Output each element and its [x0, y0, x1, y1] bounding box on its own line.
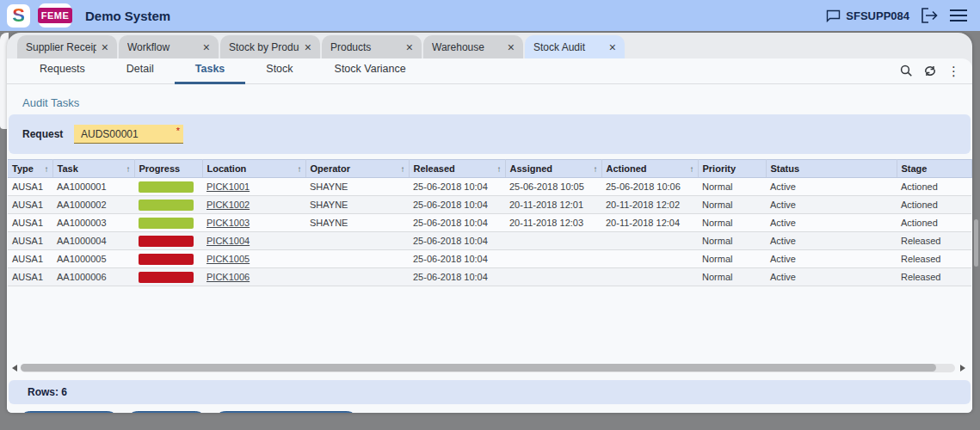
cell-task: AA1000006 [52, 268, 134, 286]
username: SFSUPP084 [846, 9, 909, 22]
column-label: Priority [703, 163, 737, 174]
section-title: Audit Tasks [22, 96, 972, 109]
brand-logo-letter: S [12, 6, 25, 25]
cell-released: 25-06-2018 10:04 [409, 250, 505, 268]
cell-status: Active [766, 178, 897, 196]
location-link[interactable]: PICK1006 [206, 272, 250, 282]
table-row[interactable]: AUSA1AA1000006PICK100625-06-2018 10:04No… [8, 268, 971, 286]
sort-ascending-icon[interactable]: ↑ [594, 164, 598, 174]
column-label: Stage [902, 163, 928, 174]
cell-progress [134, 178, 202, 196]
cell-type: AUSA1 [8, 214, 52, 232]
tab-warehouse[interactable]: Warehouse× [423, 35, 523, 58]
cell-priority: Normal [698, 250, 766, 268]
table-row[interactable]: AUSA1AA1000003PICK1003SHAYNE25-06-2018 1… [8, 214, 971, 232]
location-link[interactable]: PICK1003 [206, 218, 250, 228]
tab-stock-audit[interactable]: Stock Audit× [525, 35, 625, 58]
cell-operator: SHAYNE [305, 178, 409, 196]
column-header-actioned[interactable]: Actioned↑ [601, 160, 698, 178]
table-row[interactable]: AUSA1AA1000001PICK1001SHAYNE25-06-2018 1… [8, 178, 971, 196]
refresh-icon[interactable] [923, 64, 937, 77]
cell-location: PICK1002 [202, 196, 305, 214]
cell-progress [134, 250, 202, 268]
table-row[interactable]: AUSA1AA1000005PICK100525-06-2018 10:04No… [8, 250, 971, 268]
logout-icon[interactable] [920, 7, 939, 24]
column-header-progress[interactable]: Progress [134, 160, 202, 178]
cell-progress [134, 268, 202, 286]
column-header-location[interactable]: Location↑ [202, 160, 305, 178]
location-link[interactable]: PICK1005 [206, 254, 250, 264]
more-options-icon[interactable]: ⋮ [947, 64, 960, 77]
scroll-right-arrow[interactable] [960, 365, 965, 372]
brand-logo: S [7, 4, 30, 28]
sort-ascending-icon[interactable]: ↑ [401, 164, 405, 174]
progress-bar [139, 218, 194, 229]
cell-priority: Normal [698, 178, 766, 196]
sort-ascending-icon[interactable]: ↑ [497, 164, 502, 174]
sort-ascending-icon[interactable]: ↑ [690, 164, 694, 174]
tab-label: Stock by Product [229, 41, 299, 53]
column-header-operator[interactable]: Operator↑ [305, 160, 409, 178]
tab-close-icon[interactable]: × [299, 40, 311, 54]
column-header-status[interactable]: Status [766, 160, 897, 178]
menu-icon[interactable] [949, 9, 968, 22]
cell-stage: Released [897, 232, 971, 250]
subtab-stock-variance[interactable]: Stock Variance [314, 58, 427, 84]
tab-close-icon[interactable]: × [198, 40, 210, 54]
search-icon[interactable] [900, 64, 913, 77]
message-icon[interactable] [826, 9, 841, 22]
tab-close-icon[interactable]: × [502, 40, 515, 54]
subtab-detail[interactable]: Detail [106, 58, 175, 84]
location-link[interactable]: PICK1002 [206, 200, 250, 210]
cell-location: PICK1004 [202, 232, 305, 250]
column-label: Location [207, 163, 247, 174]
tab-label: Products [330, 41, 401, 53]
column-label: Task [58, 163, 78, 174]
cell-location: PICK1001 [202, 178, 305, 196]
subtab-bar: RequestsDetailTasksStockStock Variance ⋮ [7, 58, 972, 84]
scrollbar-thumb[interactable] [21, 364, 936, 372]
vertical-scrollbar-thumb[interactable] [974, 219, 978, 267]
cell-task: AA1000005 [52, 250, 134, 268]
app-header: S FEME Demo System SFSUPP084 [0, 0, 980, 31]
table-row[interactable]: AUSA1AA1000002PICK1002SHAYNE25-06-2018 1… [8, 196, 971, 214]
subtab-requests[interactable]: Requests [19, 58, 106, 84]
subtab-stock[interactable]: Stock [245, 58, 313, 84]
location-link[interactable]: PICK1004 [206, 236, 250, 246]
request-input[interactable] [74, 125, 183, 144]
sort-ascending-icon[interactable]: ↑ [126, 164, 131, 174]
tab-close-icon[interactable]: × [401, 40, 413, 54]
cell-location: PICK1003 [202, 214, 305, 232]
cell-priority: Normal [698, 196, 766, 214]
column-header-type[interactable]: Type↑ [8, 160, 52, 178]
horizontal-scrollbar[interactable] [12, 362, 965, 373]
column-label: Operator [311, 163, 350, 174]
table-row[interactable]: AUSA1AA1000004PICK100425-06-2018 10:04No… [8, 232, 971, 250]
scrollbar-track[interactable] [21, 364, 955, 372]
tab-close-icon[interactable]: × [96, 40, 108, 54]
cell-priority: Normal [698, 214, 766, 232]
column-header-task[interactable]: Task↑ [52, 160, 134, 178]
column-header-priority[interactable]: Priority [698, 160, 766, 178]
cell-status: Active [766, 268, 897, 286]
cell-actioned: 20-11-2018 12:02 [601, 196, 698, 214]
progress-bar [139, 272, 194, 283]
cell-released: 25-06-2018 10:04 [409, 196, 505, 214]
location-link[interactable]: PICK1001 [206, 181, 250, 192]
show-actions-button[interactable]: Show Actions [19, 411, 119, 413]
subtab-tasks[interactable]: Tasks [175, 58, 246, 84]
sort-ascending-icon[interactable]: ↑ [45, 164, 49, 174]
sort-ascending-icon[interactable]: ↑ [298, 164, 302, 174]
view-task-button[interactable]: View Task [126, 411, 206, 413]
scroll-left-arrow[interactable] [12, 365, 17, 372]
document-tabstrip: Supplier Receipts×Workflow×Stock by Prod… [17, 35, 625, 58]
tab-products[interactable]: Products× [322, 35, 422, 58]
column-header-released[interactable]: Released↑ [409, 160, 505, 178]
tab-workflow[interactable]: Workflow× [119, 35, 219, 58]
tab-supplier-receipts[interactable]: Supplier Receipts× [17, 35, 117, 58]
tab-close-icon[interactable]: × [604, 40, 616, 54]
column-header-assigned[interactable]: Assigned↑ [505, 160, 601, 178]
column-header-stage[interactable]: Stage [897, 160, 971, 178]
tab-stock-by-product[interactable]: Stock by Product× [220, 35, 320, 58]
generate-check-sheet-button[interactable]: Generate Check Sheet [214, 411, 358, 413]
